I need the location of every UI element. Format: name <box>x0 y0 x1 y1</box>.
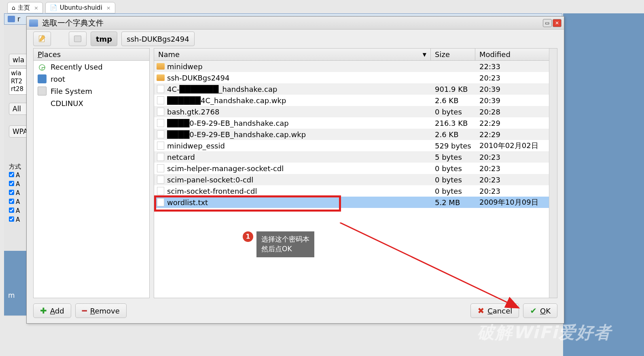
places-header[interactable]: Places <box>34 49 149 61</box>
callout-text-box: 选择这个密码本 然后点OK <box>256 231 314 257</box>
file-row[interactable]: ████0-E9-29-EB_handshake.cap.wkp2.6 KB22… <box>154 129 549 140</box>
file-name: bash.gtk.2768 <box>167 108 431 116</box>
file-icon <box>154 85 167 93</box>
file-row[interactable]: scim-socket-frontend-cdl0 bytes20:23 <box>154 185 549 197</box>
file-modified: 20:23 <box>475 74 549 82</box>
file-size: 0 bytes <box>431 176 475 184</box>
bg-chk[interactable] <box>9 208 14 213</box>
place-cdlinux[interactable]: CDLINUX <box>34 97 149 109</box>
bg-chk[interactable] <box>9 216 14 222</box>
place-file-system[interactable]: File System <box>34 85 149 97</box>
bg-chk[interactable] <box>9 172 14 177</box>
file-row[interactable]: scim-panel-socket:0-cdl0 bytes20:23 <box>154 174 549 185</box>
file-row[interactable]: ████0-E9-29-EB_handshake.cap216.3 KB22:2… <box>154 117 549 129</box>
file-list-header: Name ▼ Size Modified <box>154 49 549 61</box>
column-name[interactable]: Name ▼ <box>154 49 431 60</box>
file-row[interactable]: 4C-███████_handshake.cap901.9 KB20:39 <box>154 83 549 95</box>
file-name: ████0-E9-29-EB_handshake.cap <box>167 119 431 127</box>
file-icon <box>154 198 167 206</box>
file-name: ████0-E9-29-EB_handshake.cap.wkp <box>167 130 431 139</box>
file-name: wordlist.txt <box>167 198 431 207</box>
close-button[interactable]: ✕ <box>553 19 561 27</box>
minus-icon: ━ <box>82 306 87 316</box>
place-label: CDLINUX <box>51 99 83 108</box>
column-size-label: Size <box>435 50 450 59</box>
browser-tab-strip: ⌂ 主页 × 📄 Ubuntu-shuidi × <box>0 0 644 13</box>
edit-path-button[interactable] <box>33 32 51 46</box>
tab-label: Ubuntu-shuidi <box>60 4 102 11</box>
dialog-titlebar[interactable]: 选取一个字典文件 ▭ ✕ <box>27 17 564 30</box>
file-row[interactable]: ssh-DUKBgs249420:23 <box>154 72 549 83</box>
place-label: File System <box>51 87 92 95</box>
path-seg-label: tmp <box>96 35 112 43</box>
file-list-panel: Name ▼ Size Modified minidwep22:33ssh-DU… <box>154 48 557 298</box>
cancel-button[interactable]: ✖ Cancel <box>470 303 519 318</box>
file-modified: 22:29 <box>475 119 549 127</box>
place-root[interactable]: root <box>34 73 149 85</box>
file-icon <box>154 96 167 104</box>
file-icon <box>154 176 167 184</box>
file-icon <box>154 164 167 172</box>
desktop-background <box>563 13 644 356</box>
file-icon <box>154 130 167 138</box>
file-icon <box>154 142 167 150</box>
file-icon <box>154 108 167 116</box>
folder-icon <box>154 63 167 70</box>
place-label: Recently Used <box>51 63 103 71</box>
place-recently-used[interactable]: ◶ Recently Used <box>34 61 149 73</box>
file-name: netcard <box>167 153 431 161</box>
places-header-label: Places <box>38 50 61 59</box>
bg-chk[interactable] <box>9 190 14 195</box>
close-icon[interactable]: × <box>34 5 38 11</box>
callout-number: 1 <box>243 231 253 242</box>
file-row[interactable]: ██████4C_handshake.cap.wkp2.6 KB20:39 <box>154 95 549 106</box>
folder-icon <box>8 16 15 22</box>
file-modified: 20:23 <box>475 187 549 195</box>
file-name: scim-panel-socket:0-cdl <box>167 176 431 184</box>
column-size[interactable]: Size <box>431 49 475 60</box>
cancel-icon: ✖ <box>477 306 484 316</box>
folder-icon <box>29 19 38 27</box>
ok-button-label: OK <box>540 307 551 315</box>
bg-chk[interactable] <box>9 181 14 186</box>
vertical-scrollbar[interactable] <box>549 49 557 298</box>
minimize-button[interactable]: ▭ <box>543 19 552 27</box>
browser-tab-ubuntu[interactable]: 📄 Ubuntu-shuidi × <box>45 2 115 13</box>
ok-icon: ✔ <box>530 306 537 316</box>
file-size: 216.3 KB <box>431 119 475 127</box>
file-size: 2.6 KB <box>431 96 475 105</box>
file-chooser-dialog: 选取一个字典文件 ▭ ✕ tmp ssh-DUKBgs2494 Places ◶… <box>26 16 564 324</box>
bg-chk[interactable] <box>9 199 14 204</box>
file-row[interactable]: wordlist.txt5.2 MB2009年10月09日 <box>154 197 549 208</box>
doc-icon: 📄 <box>50 4 57 11</box>
path-segment-tmp[interactable]: tmp <box>91 32 117 46</box>
ok-button[interactable]: ✔ OK <box>523 303 557 318</box>
bg-title-text: r <box>17 15 20 23</box>
file-size: 0 bytes <box>431 108 475 116</box>
file-row[interactable]: minidwep22:33 <box>154 61 549 72</box>
path-bar: tmp ssh-DUKBgs2494 <box>27 30 564 48</box>
browser-tab-home[interactable]: ⌂ 主页 × <box>7 2 43 13</box>
close-icon[interactable]: × <box>106 5 111 11</box>
dialog-footer: ✚ Add ━ Remove ✖ Cancel ✔ OK <box>27 298 564 323</box>
file-modified: 20:39 <box>475 96 549 105</box>
column-name-label: Name <box>158 50 180 59</box>
file-row[interactable]: netcard5 bytes20:23 <box>154 151 549 163</box>
callout-line1: 选择这个密码本 <box>261 235 309 244</box>
file-row[interactable]: bash.gtk.27680 bytes20:28 <box>154 106 549 117</box>
bg-method-label: 方式 <box>9 163 21 170</box>
file-size: 0 bytes <box>431 187 475 195</box>
column-modified[interactable]: Modified <box>475 49 549 60</box>
file-row[interactable]: scim-helper-manager-socket-cdl0 bytes20:… <box>154 163 549 174</box>
file-row[interactable]: minidwep_essid529 bytes2010年02月02日 <box>154 140 549 151</box>
bg-method-group: 方式 A A A A A A <box>9 163 21 224</box>
path-segment-drive[interactable] <box>69 32 87 46</box>
path-seg-label: ssh-DUKBgs2494 <box>127 35 189 43</box>
add-button[interactable]: ✚ Add <box>33 303 71 318</box>
folder-icon <box>154 74 167 81</box>
file-modified: 20:23 <box>475 176 549 184</box>
home-icon: ⌂ <box>12 4 15 11</box>
dialog-title: 选取一个字典文件 <box>42 18 542 28</box>
remove-button[interactable]: ━ Remove <box>75 303 127 318</box>
path-segment-ssh[interactable]: ssh-DUKBgs2494 <box>121 32 194 46</box>
